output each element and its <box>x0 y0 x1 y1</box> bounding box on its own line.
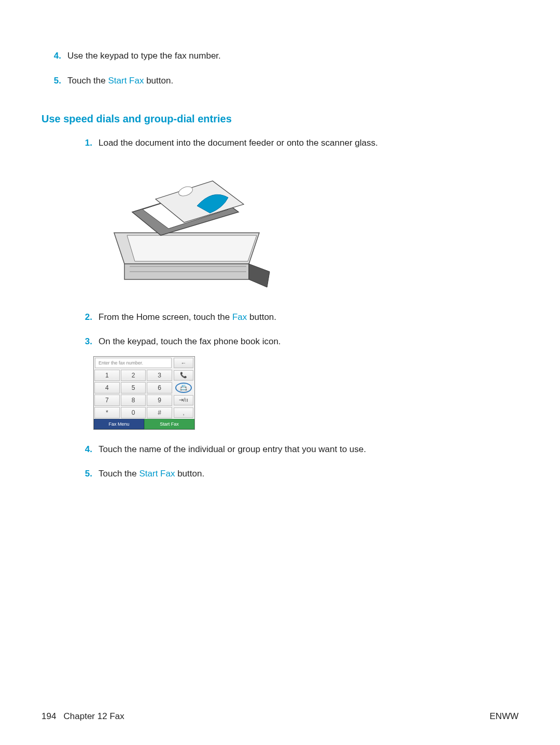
start-fax-link: Start Fax <box>108 76 144 86</box>
start-fax-link: Start Fax <box>139 469 175 479</box>
phonebook-icon: 📇 <box>175 383 192 393</box>
step-number: 4. <box>83 443 99 456</box>
step-4: 4. Touch the name of the individual or g… <box>83 443 519 456</box>
step-5-top: 5. Touch the Start Fax button. <box>52 74 519 88</box>
section-heading: Use speed dials and group-dial entries <box>41 113 519 125</box>
fax-menu-button: Fax Menu <box>94 419 144 429</box>
step-number: 5. <box>52 74 67 88</box>
keypad-2: 2 <box>121 370 146 381</box>
keypad-star: * <box>94 407 120 418</box>
pause-icon: ⇥/ıı <box>174 395 193 405</box>
step-number: 3. <box>83 335 99 348</box>
step-2: 2. From the Home screen, touch the Fax b… <box>83 311 519 324</box>
step-5: 5. Touch the Start Fax button. <box>83 467 519 481</box>
step-text: From the Home screen, touch the Fax butt… <box>99 311 519 324</box>
step-text: Touch the Start Fax button. <box>67 74 519 88</box>
printer-illustration <box>93 160 280 295</box>
keypad-6: 6 <box>147 382 172 393</box>
keypad-0: 0 <box>121 407 146 418</box>
keypad-3: 3 <box>147 370 172 381</box>
comma-icon: , <box>174 407 193 418</box>
start-fax-button: Start Fax <box>144 419 194 429</box>
chapter-label: Chapter 12 Fax <box>64 711 124 721</box>
step-3: 3. On the keypad, touch the fax phone bo… <box>83 335 519 348</box>
step-text: Touch the name of the individual or grou… <box>99 443 519 456</box>
page-footer: 194 Chapter 12 Fax ENWW <box>41 711 519 722</box>
redial-icon: 📞 <box>174 370 193 381</box>
keypad-8: 8 <box>121 395 146 406</box>
step-4-top: 4. Use the keypad to type the fax number… <box>52 49 519 63</box>
fax-number-input: Enter the fax number. <box>95 358 172 368</box>
step-number: 5. <box>83 467 99 481</box>
keypad-7: 7 <box>94 395 120 406</box>
step-number: 1. <box>83 136 99 150</box>
step-number: 4. <box>52 49 67 63</box>
keypad-9: 9 <box>147 395 172 406</box>
step-text: Touch the Start Fax button. <box>99 467 519 481</box>
keypad-hash: # <box>147 407 172 418</box>
step-text: Use the keypad to type the fax number. <box>67 49 519 63</box>
footer-right: ENWW <box>489 711 519 722</box>
step-text: Load the document into the document feed… <box>99 136 519 150</box>
keypad-4: 4 <box>94 382 120 393</box>
keypad-screenshot: Enter the fax number. ← 1 2 3 📞 4 5 6 📇 … <box>93 356 195 430</box>
step-number: 2. <box>83 311 99 324</box>
keypad-5: 5 <box>121 382 146 393</box>
fax-link: Fax <box>232 312 247 322</box>
step-1: 1. Load the document into the document f… <box>83 136 519 150</box>
page-number: 194 <box>41 711 56 721</box>
backspace-icon: ← <box>174 358 193 368</box>
step-text: On the keypad, touch the fax phone book … <box>99 335 519 348</box>
keypad-1: 1 <box>94 370 120 381</box>
